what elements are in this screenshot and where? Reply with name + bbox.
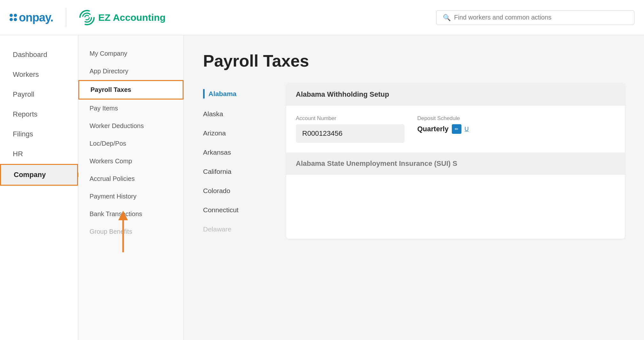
deposit-schedule-value: Quarterly	[417, 125, 449, 133]
content-layout: Alabama Alaska Arizona Arkansas Californ…	[203, 83, 625, 239]
main-content: Payroll Taxes Alabama Alaska Arizona Ark…	[184, 35, 644, 340]
search-box[interactable]: 🔍	[436, 10, 634, 25]
account-number-group: Account Number R000123456	[296, 115, 404, 143]
sidebar-item-workers[interactable]: Workers	[0, 65, 78, 85]
main-layout: Dashboard Workers Payroll Reports Filing…	[0, 35, 644, 340]
sui-section-header: Alabama State Unemployment Insurance (SU…	[286, 152, 625, 175]
detail-panel: Alabama Withholding Setup Account Number…	[286, 83, 625, 239]
sub-item-my-company[interactable]: My Company	[78, 45, 184, 62]
ez-swirl-icon	[79, 10, 95, 26]
update-link[interactable]: U	[465, 126, 469, 133]
state-item-arizona[interactable]: Arizona	[203, 124, 273, 143]
state-item-alabama[interactable]: Alabama	[203, 83, 273, 104]
sidebar-item-company[interactable]: Company	[0, 164, 78, 186]
sidebar-item-filings[interactable]: Filings	[0, 124, 78, 144]
sub-item-payment-history[interactable]: Payment History	[78, 188, 184, 205]
deposit-schedule-edit-button[interactable]: ✏	[452, 124, 461, 134]
svg-point-1	[82, 13, 91, 22]
header-divider	[66, 8, 66, 27]
sidebar-second: My Company App Directory Payroll Taxes P…	[78, 35, 184, 340]
sub-item-worker-deductions[interactable]: Worker Deductions	[78, 117, 184, 135]
state-item-connecticut[interactable]: Connecticut	[203, 200, 273, 220]
onpay-logo: onpay.	[10, 11, 53, 24]
sub-item-loc-dep-pos[interactable]: Loc/Dep/Pos	[78, 135, 184, 152]
onpay-brand-name: onpay.	[19, 11, 53, 24]
account-number-label: Account Number	[296, 115, 404, 122]
sub-item-group-benefits[interactable]: Group Benefits	[78, 223, 184, 240]
sub-item-workers-comp[interactable]: Workers Comp	[78, 152, 184, 170]
deposit-schedule-row: Quarterly ✏ U	[417, 124, 469, 134]
header: onpay. EZ Accounting 🔍	[0, 0, 644, 35]
states-list: Alabama Alaska Arizona Arkansas Californ…	[203, 83, 273, 239]
sub-item-bank-transactions[interactable]: Bank Transactions	[78, 205, 184, 223]
sub-item-payroll-taxes[interactable]: Payroll Taxes	[78, 80, 184, 100]
sidebar-left: Dashboard Workers Payroll Reports Filing…	[0, 35, 78, 340]
ez-brand-name: EZ Accounting	[98, 12, 166, 23]
state-item-delaware[interactable]: Delaware	[203, 220, 273, 239]
deposit-schedule-label: Deposit Schedule	[417, 115, 469, 122]
withholding-section-body: Account Number R000123456 Deposit Schedu…	[286, 106, 625, 152]
sidebar-item-hr[interactable]: HR	[0, 144, 78, 164]
state-item-california[interactable]: California	[203, 162, 273, 181]
state-item-colorado[interactable]: Colorado	[203, 181, 273, 200]
sidebar-item-payroll[interactable]: Payroll	[0, 85, 78, 104]
state-active-indicator	[203, 89, 205, 99]
state-item-alaska[interactable]: Alaska	[203, 104, 273, 124]
sidebar-item-reports[interactable]: Reports	[0, 104, 78, 124]
withholding-section-header: Alabama Withholding Setup	[286, 83, 625, 106]
page-title: Payroll Taxes	[203, 51, 625, 70]
sidebar-item-dashboard[interactable]: Dashboard	[0, 45, 78, 65]
sub-item-pay-items[interactable]: Pay Items	[78, 100, 184, 117]
svg-point-2	[85, 15, 89, 20]
withholding-field-row: Account Number R000123456 Deposit Schedu…	[296, 115, 615, 143]
sub-item-accrual-policies[interactable]: Accrual Policies	[78, 170, 184, 188]
onpay-dots-icon	[10, 14, 17, 21]
deposit-schedule-group: Deposit Schedule Quarterly ✏ U	[417, 115, 469, 134]
ez-logo: EZ Accounting	[79, 10, 166, 26]
sub-item-app-directory[interactable]: App Directory	[78, 62, 184, 80]
account-number-value: R000123456	[296, 124, 404, 143]
logo-area: onpay. EZ Accounting	[10, 8, 166, 27]
search-input[interactable]	[454, 14, 628, 21]
search-icon: 🔍	[443, 14, 451, 21]
state-item-arkansas[interactable]: Arkansas	[203, 143, 273, 162]
